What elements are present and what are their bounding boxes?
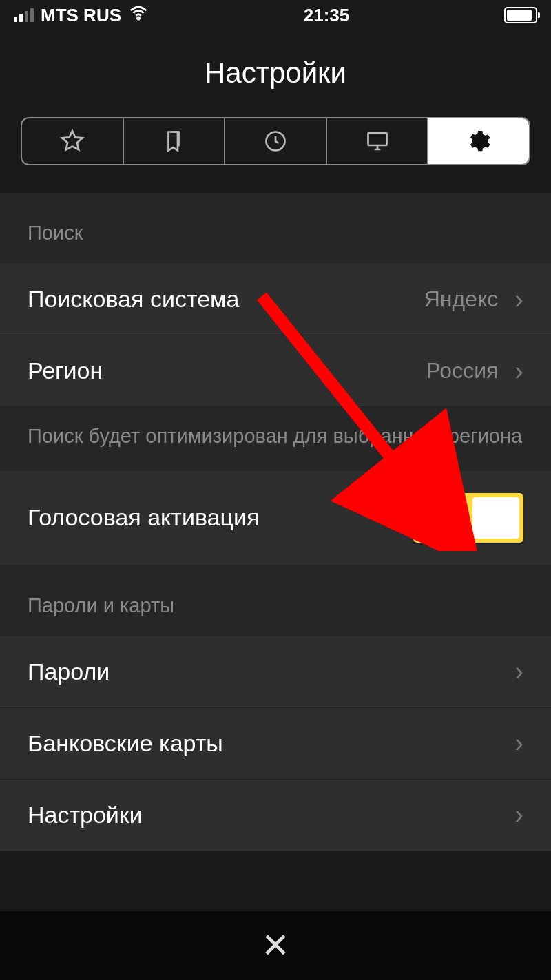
svg-rect-2	[368, 133, 386, 145]
row-value: Россия	[426, 358, 498, 384]
close-icon[interactable]: ✕	[261, 926, 290, 966]
row-voice-activation: Голосовая активация ✓	[0, 471, 551, 565]
check-icon: ✓	[417, 502, 472, 534]
wifi-icon	[128, 3, 149, 28]
desktop-icon	[365, 129, 390, 154]
chevron-right-icon: ›	[514, 286, 523, 313]
bookmarks-icon	[161, 129, 186, 154]
row-value-wrap: Яндекс ›	[424, 286, 523, 313]
row-passwords[interactable]: Пароли ›	[0, 636, 551, 708]
tab-favorites[interactable]	[22, 118, 124, 164]
row-label: Настройки	[28, 802, 143, 828]
tab-bookmarks[interactable]	[124, 118, 226, 164]
chevron-right-icon: ›	[514, 730, 523, 756]
page-header: Настройки	[0, 30, 551, 117]
row-settings-sub[interactable]: Настройки ›	[0, 780, 551, 851]
signal-icon	[14, 8, 34, 22]
gear-icon	[466, 129, 491, 154]
row-label: Регион	[28, 357, 103, 384]
row-label: Поисковая система	[28, 286, 239, 313]
toggle-handle	[472, 497, 519, 539]
segmented-tabs	[21, 117, 530, 165]
status-right	[504, 7, 537, 23]
region-footnote: Поиск будет оптимизирован для выбранного…	[0, 407, 551, 471]
settings-content: Поиск Поисковая система Яндекс › Регион …	[0, 193, 551, 851]
star-icon	[60, 129, 85, 154]
battery-icon	[504, 7, 537, 23]
row-region[interactable]: Регион Россия ›	[0, 335, 551, 407]
chevron-right-icon: ›	[514, 358, 523, 384]
tab-settings[interactable]	[428, 118, 529, 164]
status-left: MTS RUS	[14, 3, 149, 28]
chevron-right-icon: ›	[514, 802, 523, 828]
row-value-wrap: Россия ›	[426, 358, 523, 384]
status-time: 21:35	[304, 5, 350, 26]
row-search-engine[interactable]: Поисковая система Яндекс ›	[0, 264, 551, 335]
status-bar: MTS RUS 21:35	[0, 0, 551, 30]
section-header-search: Поиск	[0, 193, 551, 264]
bottom-bar: ✕	[0, 911, 551, 980]
history-icon	[263, 129, 288, 154]
page-title: Настройки	[0, 56, 551, 90]
section-header-passwords: Пароли и карты	[0, 565, 551, 636]
row-bank-cards[interactable]: Банковские карты ›	[0, 708, 551, 780]
row-label: Голосовая активация	[28, 504, 259, 531]
tab-history[interactable]	[225, 118, 327, 164]
carrier-label: MTS RUS	[41, 5, 121, 26]
row-value: Яндекс	[424, 286, 499, 312]
voice-toggle[interactable]: ✓	[413, 493, 523, 543]
svg-point-0	[138, 17, 140, 19]
row-label: Пароли	[28, 658, 110, 685]
row-label: Банковские карты	[28, 730, 223, 757]
chevron-right-icon: ›	[514, 658, 523, 685]
tab-desktop[interactable]	[327, 118, 429, 164]
